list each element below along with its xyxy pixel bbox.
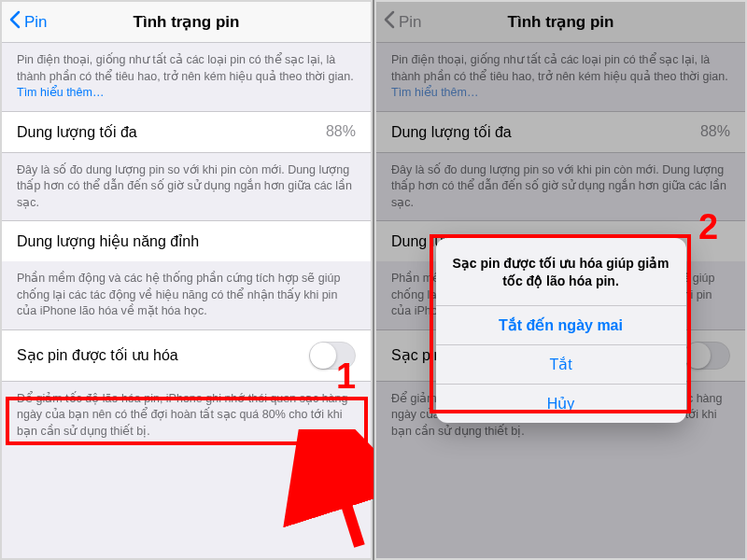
optimized-charging-label: Sạc pin được tối ưu hóa (17, 346, 178, 364)
optimized-charging-desc: Để giảm tốc độ lão hóa pin, iPhone ghi n… (2, 382, 371, 450)
max-capacity-desc: Đây là số đo dung lượng pin so với khi p… (2, 153, 371, 221)
toggle-knob (310, 343, 336, 369)
back-label: Pin (24, 13, 48, 32)
disable-optimized-charging-alert: Sạc pin được tối ưu hóa giúp giảm tốc độ… (436, 238, 686, 423)
max-capacity-row: Dung lượng tối đa 88% (2, 111, 371, 153)
peak-performance-row: Dung lượng hiệu năng đỉnh (2, 220, 371, 261)
optimized-charging-row: Sạc pin được tối ưu hóa (2, 329, 371, 382)
alert-turn-off[interactable]: Tắt (436, 344, 686, 384)
chevron-left-icon (9, 10, 21, 34)
alert-turn-off-until-tomorrow[interactable]: Tắt đến ngày mai (436, 305, 686, 344)
navbar: Pin Tình trạng pin (2, 2, 371, 43)
intro-description: Pin điện thoại, giống như tất cả các loạ… (2, 43, 371, 111)
back-button[interactable]: Pin (2, 10, 55, 34)
alert-message: Sạc pin được tối ưu hóa giúp giảm tốc độ… (436, 238, 686, 305)
max-capacity-value: 88% (326, 123, 356, 140)
settings-panel-step1: Pin Tình trạng pin Pin điện thoại, giống… (0, 0, 373, 560)
optimized-charging-toggle[interactable] (309, 342, 356, 370)
learn-more-link[interactable]: Tìm hiểu thêm… (17, 86, 104, 99)
settings-panel-step2: Pin Tình trạng pin Pin điện thoại, giống… (374, 0, 747, 560)
page-title: Tình trạng pin (2, 12, 371, 32)
alert-cancel[interactable]: Hủy (436, 384, 686, 423)
max-capacity-label: Dung lượng tối đa (17, 123, 137, 141)
peak-performance-desc: Phần mềm động và các hệ thống phần cứng … (2, 261, 371, 329)
intro-text: Pin điện thoại, giống như tất cả các loạ… (17, 53, 354, 83)
